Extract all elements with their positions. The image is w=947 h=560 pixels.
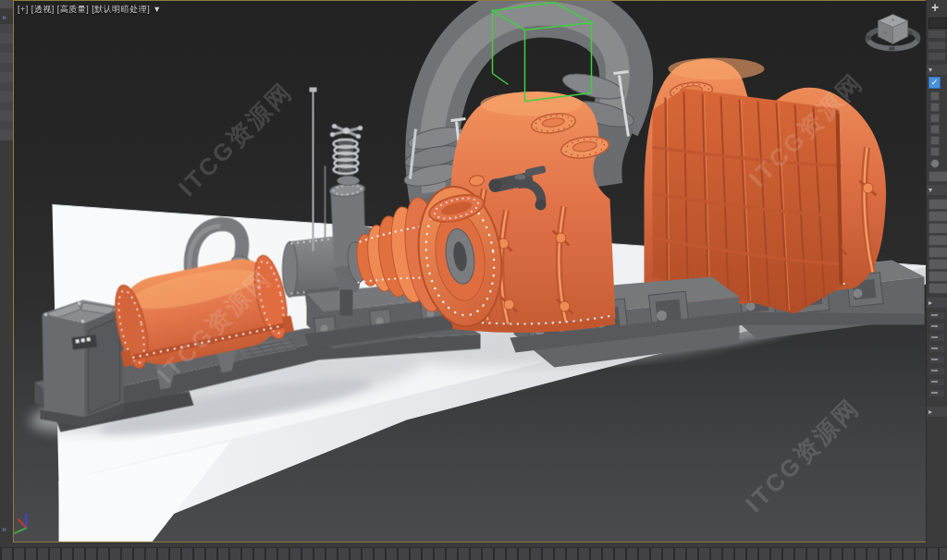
panel-button[interactable]: [929, 247, 947, 258]
panel-toggle[interactable]: [930, 103, 940, 112]
panel-toggle[interactable]: [930, 125, 940, 134]
left-panel-fragment[interactable]: » »: [0, 0, 13, 542]
panel-row: [929, 30, 945, 38]
expand-left-panel-chevron[interactable]: »: [2, 14, 6, 22]
left-panel-header: [0, 0, 13, 8]
panel-button[interactable]: [929, 271, 947, 282]
rollout-header[interactable]: ▾: [927, 185, 947, 195]
rollout-header[interactable]: ▾: [927, 65, 947, 75]
left-panel-rows: [0, 24, 13, 140]
panel-field[interactable]: [929, 18, 947, 29]
panel-list-item[interactable]: [929, 390, 944, 396]
panel-button[interactable]: [929, 283, 947, 294]
panel-row: [929, 53, 945, 60]
panel-list-item[interactable]: [929, 368, 944, 374]
rollout-header-collapsed[interactable]: ▸: [927, 407, 947, 417]
panel-button[interactable]: [929, 259, 947, 270]
panel-button[interactable]: [929, 199, 947, 210]
bottom-bar: [0, 542, 947, 560]
panel-button[interactable]: [929, 171, 947, 182]
viewport-label[interactable]: [+] [透视] [高质量] [默认明暗处理] ▼: [18, 4, 162, 16]
rollout-plus-icon[interactable]: +: [931, 0, 939, 15]
application-window: ITCG资源网 ITCG资源网 ITCG资源网 ITCG资源网 [+] [透视]…: [0, 0, 947, 560]
panel-list-item[interactable]: [929, 312, 944, 319]
panel-toggle[interactable]: [930, 147, 940, 156]
rollout-header-collapsed[interactable]: ▸: [927, 298, 947, 308]
axis-tripod: [14, 514, 27, 534]
panel-button[interactable]: [929, 223, 947, 234]
panel-button[interactable]: [929, 211, 947, 222]
scene-canvas[interactable]: [14, 1, 926, 542]
panel-list-item[interactable]: [929, 335, 944, 341]
panel-checkbox-checked[interactable]: ✓: [929, 77, 941, 89]
panel-list-item[interactable]: [929, 323, 944, 330]
panel-toggle[interactable]: [930, 136, 940, 145]
timeline-trackbar[interactable]: [0, 547, 947, 560]
panel-radio[interactable]: [930, 159, 940, 168]
viewcube[interactable]: [867, 15, 918, 51]
panel-row: [929, 42, 945, 49]
panel-toggle[interactable]: [930, 91, 940, 101]
expand-left-panel-chevron-bottom[interactable]: »: [2, 526, 6, 534]
panel-button[interactable]: [929, 235, 947, 246]
panel-toggle[interactable]: [930, 114, 940, 123]
panel-list-item[interactable]: [929, 379, 944, 385]
panel-list-item[interactable]: [929, 357, 944, 363]
command-panel-fragment[interactable]: + ▾ ✓ ▾ ▸ ▸: [926, 0, 947, 542]
panel-list-item[interactable]: [929, 346, 944, 352]
3d-viewport[interactable]: ITCG资源网 ITCG资源网 ITCG资源网 ITCG资源网 [+] [透视]…: [13, 0, 927, 542]
